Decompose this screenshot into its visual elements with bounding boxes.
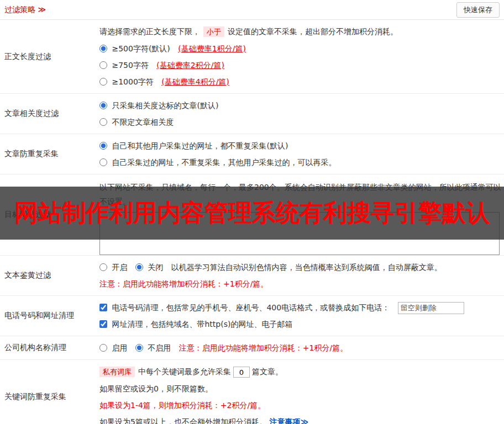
watermark-text: 网站制作利用内容管理系统有利搜寻引擎默认 <box>14 197 490 229</box>
row-body-length-filter: 正文长度过滤 请选择需求的正文长度下限，小于设定值的文章不采集，超出部分不增加积… <box>0 20 504 94</box>
row-relevance-filter: 文章相关度过滤 只采集相关度达标的文章(默认) 不限定文章相关度 <box>0 94 504 134</box>
row-porn-filter: 文本鉴黄过滤 开启 关闭 以机器学习算法自动识别色情内容，当色情概率达到系统阈值… <box>0 256 504 296</box>
radio-label: 不限定文章相关度 <box>112 118 174 126</box>
row-label: 正文长度过滤 <box>0 20 99 93</box>
checkbox-phone-clean[interactable]: 电话号码清理，包括常见的手机号、座机号、400电话格式，或替换成如下电话： <box>99 303 392 312</box>
radio-company-off-input[interactable] <box>135 344 143 352</box>
page-title[interactable]: 过滤策略 ≫ <box>4 5 46 15</box>
radio-porn-on[interactable]: 开启 <box>99 263 130 272</box>
radio-company-on-input[interactable] <box>99 344 107 352</box>
keyword-cost-note: 如果设为1-4篇，则增加积分消耗：+2积分/篇。 <box>99 397 500 414</box>
private-lexicon-highlight: 私有词库 <box>99 367 135 377</box>
watermark-overlay: 网站制作利用内容管理系统有利搜寻引擎默认 <box>0 187 504 240</box>
length-option-1000: ≥1000字符 (基础费率4积分/篇) <box>99 73 500 90</box>
radio-dedupe-all-users-input[interactable] <box>99 142 107 150</box>
length-desc-pre: 请选择需求的正文长度下限， <box>99 27 200 36</box>
radio-dedupe-all-users[interactable]: 自己和其他用户采集过的网址，都不重复采集(默认) <box>99 141 288 150</box>
radio-length-1000-input[interactable] <box>99 78 107 86</box>
radio-relevance-strict-input[interactable] <box>99 102 107 109</box>
porn-cost-note: 注意：启用此功能将增加积分消耗：+1积分/篇。 <box>99 275 500 292</box>
row-label: 公司机构名称清理 <box>0 336 99 359</box>
radio-label: 自己和其他用户采集过的网址，都不重复采集(默认) <box>112 141 288 150</box>
radio-dedupe-self-only-input[interactable] <box>99 158 107 166</box>
radio-company-on[interactable]: 启用 <box>99 343 130 352</box>
radio-length-500[interactable]: ≥500字符(默认) <box>99 44 172 53</box>
row-label: 文章防重复采集 <box>0 134 99 174</box>
checkbox-url-clean[interactable]: 网址清理，包括纯域名、带http(s)的网址、电子邮箱 <box>99 320 292 328</box>
length-option-750: ≥750字符 (基础费率2积分/篇) <box>99 57 500 73</box>
radio-label: ≥1000字符 <box>112 77 153 86</box>
length-option-500: ≥500字符(默认) (基础费率1积分/篇) <box>99 40 500 57</box>
row-keyword-dedupe: 关键词防重复采集 私有词库中每个关键词最多允许采集篇文章。 如果留空或设为0，则… <box>0 360 504 424</box>
row-label: 文本鉴黄过滤 <box>0 256 99 295</box>
radio-length-750[interactable]: ≥750字符 <box>99 61 151 70</box>
radio-length-500-input[interactable] <box>99 45 107 52</box>
radio-label: 开启 <box>112 263 127 272</box>
radio-relevance-any-input[interactable] <box>99 118 107 126</box>
row-company-name-clean: 公司机构名称清理 启用 不启用 注意：启用此功能将增加积分消耗：+1积分/篇。 <box>0 336 504 360</box>
company-cost-note: 注意：启用此功能将增加积分消耗：+1积分/篇。 <box>179 343 348 352</box>
radio-label: 关闭 <box>148 263 163 272</box>
row-label: 电话号码和网址清理 <box>0 296 99 336</box>
length-1000-fee-note: (基础费率4积分/篇) <box>161 77 229 86</box>
keyword-line2: 如果留空或设为0，则不限篇数。 <box>99 380 500 397</box>
radio-relevance-any[interactable]: 不限定文章相关度 <box>99 118 174 126</box>
radio-label: ≥500字符(默认) <box>112 44 170 53</box>
radio-porn-off[interactable]: 关闭 <box>135 263 166 272</box>
radio-length-750-input[interactable] <box>99 61 107 69</box>
radio-label: 不启用 <box>148 343 171 352</box>
row-label: 文章相关度过滤 <box>0 94 99 134</box>
length-desc-post: 设定值的文章不采集，超出部分不增加积分消耗。 <box>228 27 398 36</box>
row-phone-url-clean: 电话号码和网址清理 电话号码清理，包括常见的手机号、座机号、400电话格式，或替… <box>0 296 504 336</box>
length-500-fee-note: (基础费率1积分/篇) <box>178 44 246 53</box>
keyword-line4: 如果设为5篇或以上，也不会额外增加积分消耗。 <box>99 417 267 424</box>
radio-porn-off-input[interactable] <box>135 263 143 271</box>
length-description: 请选择需求的正文长度下限，小于设定值的文章不采集，超出部分不增加积分消耗。 <box>99 23 500 40</box>
notes-link[interactable]: 注意事项≫ <box>269 417 308 424</box>
keyword-line1-post: 篇文章。 <box>252 367 283 376</box>
radio-porn-on-input[interactable] <box>99 263 107 271</box>
less-than-highlight: 小于 <box>203 26 224 37</box>
checkbox-phone-clean-input[interactable] <box>99 304 107 311</box>
length-750-fee-note: (基础费率2积分/篇) <box>156 61 224 70</box>
quick-save-button[interactable]: 快速保存 <box>456 2 500 18</box>
radio-label: 启用 <box>112 343 127 352</box>
row-label: 关键词防重复采集 <box>0 360 99 424</box>
checkbox-label: 网址清理，包括纯域名、带http(s)的网址、电子邮箱 <box>112 320 292 328</box>
radio-company-off[interactable]: 不启用 <box>135 343 174 352</box>
keyword-max-count-input[interactable] <box>233 367 250 378</box>
row-dedupe-collect: 文章防重复采集 自己和其他用户采集过的网址，都不重复采集(默认) 自己采集过的网… <box>0 134 504 174</box>
radio-dedupe-self-only[interactable]: 自己采集过的网址，不重复采集，其他用户采集过的，可以再采。 <box>99 158 336 167</box>
radio-length-1000[interactable]: ≥1000字符 <box>99 77 156 86</box>
radio-label: ≥750字符 <box>112 61 148 70</box>
radio-label: 只采集相关度达标的文章(默认) <box>112 101 218 110</box>
checkbox-url-clean-input[interactable] <box>99 320 107 328</box>
keyword-line1-mid: 中每个关键词最多允许采集 <box>138 367 231 376</box>
radio-relevance-strict[interactable]: 只采集相关度达标的文章(默认) <box>99 101 218 110</box>
replacement-phone-input[interactable] <box>398 302 464 314</box>
header-bar: 过滤策略 ≫ 快速保存 <box>0 0 504 20</box>
porn-description: 以机器学习算法自动识别色情内容，当色情概率达到系统阈值，自动屏蔽文章。 <box>171 263 442 272</box>
checkbox-label: 电话号码清理，包括常见的手机号、座机号、400电话格式，或替换成如下电话： <box>112 303 390 312</box>
radio-label: 自己采集过的网址，不重复采集，其他用户采集过的，可以再采。 <box>112 158 336 167</box>
